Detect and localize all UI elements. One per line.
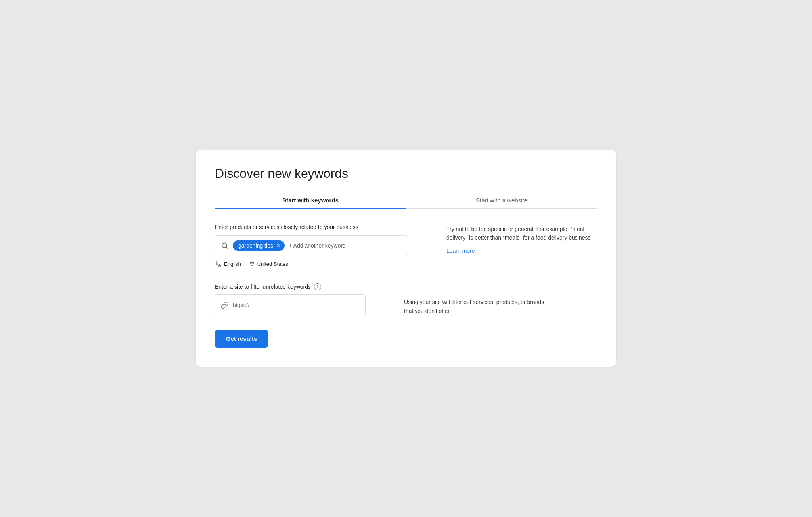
search-icon: [221, 242, 229, 250]
tab-website[interactable]: Start with a website: [406, 192, 597, 208]
svg-point-0: [222, 243, 227, 248]
keywords-hint-area: Try not to be too specific or general. F…: [446, 223, 597, 267]
help-icon[interactable]: ?: [314, 283, 321, 290]
keywords-section: Enter products or services closely relat…: [215, 223, 597, 267]
tab-bar: Start with keywords Start with a website: [215, 192, 597, 209]
chip-close-button[interactable]: ×: [276, 242, 280, 249]
filter-row: Using your site will filter out services…: [215, 294, 597, 315]
location-selector[interactable]: United States: [249, 261, 288, 267]
language-icon: [215, 261, 222, 267]
filter-label-row: Enter a site to filter unrelated keyword…: [215, 283, 597, 290]
filter-hint-text: Using your site will filter out services…: [404, 294, 555, 315]
link-icon: [221, 301, 229, 309]
keyword-chip: gardening tips ×: [233, 240, 285, 251]
get-results-button[interactable]: Get results: [215, 330, 268, 348]
keyword-input-box[interactable]: gardening tips × + Add another keyword: [215, 235, 408, 256]
filter-section: Enter a site to filter unrelated keyword…: [215, 283, 597, 315]
location-label: United States: [257, 261, 288, 267]
keywords-input-area: Enter products or services closely relat…: [215, 223, 408, 267]
add-keyword-placeholder[interactable]: + Add another keyword: [289, 242, 402, 249]
svg-point-2: [251, 262, 253, 263]
filter-divider: [385, 294, 385, 315]
section-divider: [427, 223, 427, 267]
language-selector[interactable]: English: [215, 261, 241, 267]
keywords-hint-text: Try not to be too specific or general. F…: [446, 225, 597, 242]
language-location-row: English United States: [215, 261, 408, 267]
tab-keywords[interactable]: Start with keywords: [215, 192, 406, 208]
language-label: English: [224, 261, 241, 267]
filter-label: Enter a site to filter unrelated keyword…: [215, 284, 311, 290]
keywords-label: Enter products or services closely relat…: [215, 223, 408, 231]
url-input[interactable]: [233, 302, 360, 308]
main-card: Discover new keywords Start with keyword…: [196, 150, 616, 367]
page-title: Discover new keywords: [215, 166, 597, 181]
svg-line-1: [226, 247, 228, 249]
url-input-box[interactable]: [215, 294, 366, 315]
learn-more-link[interactable]: Learn more: [446, 248, 475, 254]
chip-text: gardening tips: [238, 242, 273, 249]
location-icon: [249, 261, 255, 267]
